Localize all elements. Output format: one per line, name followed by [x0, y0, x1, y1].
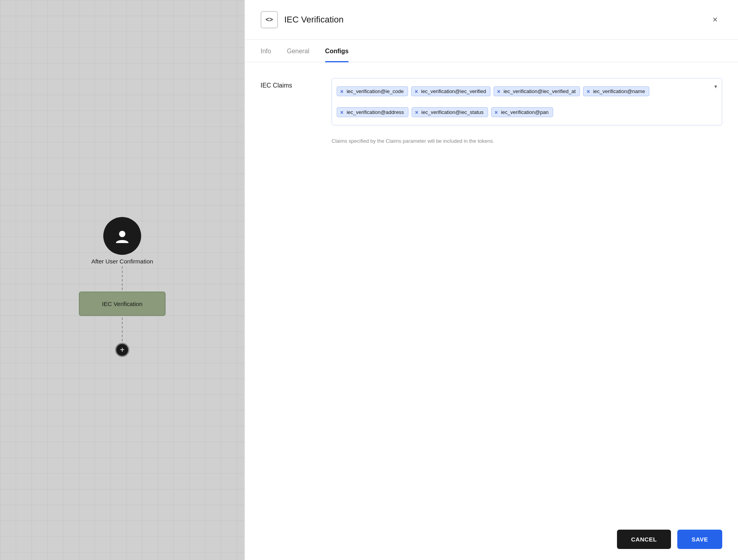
connector-line-2: [122, 317, 123, 341]
tab-info-label: Info: [261, 48, 271, 54]
claim-tag-2: × iec_verification@iec_verified: [411, 86, 490, 96]
iec-claims-row: IEC Claims × iec_verification@ie_code × …: [261, 78, 722, 125]
claim-tag-4: × iec_verification@name: [583, 86, 649, 96]
claim-tag-5: × iec_verification@address: [337, 107, 408, 117]
tab-general[interactable]: General: [287, 40, 309, 62]
close-button[interactable]: ×: [708, 13, 722, 27]
user-node: [103, 217, 141, 255]
claims-field[interactable]: × iec_verification@ie_code × iec_verific…: [332, 78, 722, 125]
claim-tag-6: × iec_verification@iec_status: [412, 107, 488, 117]
close-icon: ×: [713, 15, 718, 25]
connector-line-1: [122, 266, 123, 290]
claim-tag-3-value: iec_verification@iec_verified_at: [503, 88, 576, 94]
code-icon: <>: [266, 16, 273, 23]
iec-verification-node[interactable]: IEC Verification: [79, 291, 166, 316]
panel-header: <> IEC Verification ×: [245, 0, 738, 40]
detail-panel: <> IEC Verification × Info General Confi…: [244, 0, 738, 560]
claim-tag-7-value: iec_verification@pan: [501, 109, 549, 115]
claim-tag-1-value: iec_verification@ie_code: [347, 88, 404, 94]
tabs-row: Info General Configs: [245, 40, 738, 62]
claims-helper-text: Claims specified by the Claims parameter…: [332, 138, 722, 144]
panel-content: IEC Claims × iec_verification@ie_code × …: [245, 62, 738, 519]
code-icon-box: <>: [261, 11, 278, 28]
claim-tag-6-value: iec_verification@iec_status: [421, 109, 484, 115]
claim-tag-5-value: iec_verification@address: [347, 109, 404, 115]
tab-general-label: General: [287, 48, 309, 54]
claim-tag-2-remove[interactable]: ×: [415, 89, 418, 94]
tab-configs[interactable]: Configs: [325, 40, 349, 62]
user-icon: [114, 228, 130, 244]
iec-claims-label: IEC Claims: [261, 78, 316, 89]
claim-tag-4-value: iec_verification@name: [593, 88, 645, 94]
panel-title: IEC Verification: [284, 15, 702, 25]
iec-node-label: IEC Verification: [102, 301, 143, 307]
tab-configs-label: Configs: [325, 48, 349, 54]
claim-tag-2-value: iec_verification@iec_verified: [421, 88, 486, 94]
save-button[interactable]: SAVE: [677, 530, 722, 549]
claim-tag-1: × iec_verification@ie_code: [337, 86, 408, 96]
add-node-button[interactable]: +: [115, 343, 129, 357]
claim-tag-5-remove[interactable]: ×: [340, 110, 343, 115]
panel-footer: CANCEL SAVE: [245, 519, 738, 560]
plus-icon: +: [120, 345, 125, 355]
claim-tag-1-remove[interactable]: ×: [340, 89, 343, 94]
claims-dropdown-arrow[interactable]: ▾: [714, 83, 717, 90]
svg-point-0: [119, 231, 125, 237]
tab-info[interactable]: Info: [261, 40, 271, 62]
claim-tag-3-remove[interactable]: ×: [497, 89, 500, 94]
cancel-button[interactable]: CANCEL: [617, 530, 671, 549]
workflow-canvas: After User Confirmation IEC Verification…: [0, 0, 244, 560]
claim-tag-4-remove[interactable]: ×: [587, 89, 590, 94]
claim-tag-3: × iec_verification@iec_verified_at: [494, 86, 580, 96]
claim-tag-7-remove[interactable]: ×: [495, 110, 498, 115]
claim-tag-7: × iec_verification@pan: [491, 107, 553, 117]
claim-tag-6-remove[interactable]: ×: [415, 110, 418, 115]
user-node-label: After User Confirmation: [91, 258, 153, 265]
